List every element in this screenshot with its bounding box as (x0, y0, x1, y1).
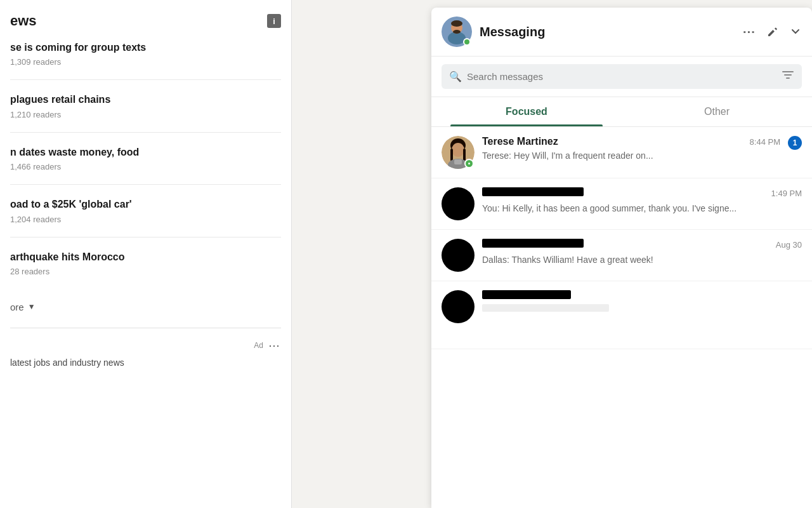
collapse-button[interactable] (789, 25, 802, 38)
news-items-list: se is coming for group texts 1,309 reade… (10, 41, 281, 289)
messaging-title: Messaging (480, 25, 735, 39)
compose-button[interactable] (766, 25, 779, 38)
fourth-preview-bar (482, 304, 609, 312)
ad-header: Ad ⋯ (10, 338, 281, 352)
more-link[interactable]: ore ▼ (10, 302, 281, 312)
center-gap (292, 0, 431, 508)
user-avatar-container (442, 17, 472, 47)
conversation-item[interactable] (431, 281, 812, 349)
ad-label: Ad (254, 341, 263, 350)
fourth-name-bar (482, 290, 571, 299)
header-actions: ⋯ (742, 24, 802, 39)
search-container: 🔍 (431, 57, 812, 97)
news-headline: n dates waste money, food (10, 145, 281, 159)
unread-badge: 1 (788, 136, 802, 150)
dallas-conv-content: Aug 30 Dallas: Thanks William! Have a gr… (482, 239, 802, 267)
news-panel: ews i se is coming for group texts 1,309… (0, 0, 292, 508)
terese-preview: Terese: Hey Will, I'm a frequent reader … (482, 150, 780, 163)
blacked-avatar-1 (442, 187, 475, 220)
message-tabs: Focused Other (431, 97, 812, 127)
kelly-conv-content: 1:49 PM You: Hi Kelly, it has been a goo… (482, 187, 802, 215)
search-icon: 🔍 (449, 70, 462, 83)
news-item[interactable]: oad to a $25K 'global car' 1,204 readers (10, 197, 281, 237)
ad-options-button[interactable]: ⋯ (268, 338, 281, 352)
info-icon[interactable]: i (267, 14, 281, 28)
kelly-preview: You: Hi Kelly, it has been a good summer… (482, 203, 802, 215)
kelly-header-row: 1:49 PM (482, 187, 802, 200)
svg-rect-12 (463, 149, 466, 161)
terese-online-indicator (464, 159, 474, 168)
messaging-header: Messaging ⋯ (431, 8, 812, 57)
news-item[interactable]: n dates waste money, food 1,466 readers (10, 145, 281, 185)
more-options-button[interactable]: ⋯ (742, 24, 756, 39)
news-readers: 28 readers (10, 267, 281, 276)
svg-point-4 (453, 30, 461, 34)
conversation-item[interactable]: Aug 30 Dallas: Thanks William! Have a gr… (431, 230, 812, 281)
news-readers: 1,466 readers (10, 162, 281, 171)
svg-point-3 (451, 20, 462, 27)
blacked-avatar-3 (442, 290, 475, 323)
conversation-list: Terese Martinez 8:44 PM Terese: Hey Will… (431, 127, 812, 508)
ad-content: latest jobs and industry news (10, 358, 281, 368)
news-headline: plagues retail chains (10, 93, 281, 107)
terese-avatar-container (442, 136, 475, 169)
filter-icon[interactable] (782, 69, 794, 84)
news-title-row: ews i (10, 13, 281, 29)
ad-section: Ad ⋯ latest jobs and industry news (10, 328, 281, 368)
news-item[interactable]: se is coming for group texts 1,309 reade… (10, 41, 281, 80)
conversation-item[interactable]: Terese Martinez 8:44 PM Terese: Hey Will… (431, 127, 812, 178)
news-heading: ews (10, 13, 37, 29)
svg-point-10 (452, 143, 464, 157)
conversation-item[interactable]: 1:49 PM You: Hi Kelly, it has been a goo… (431, 178, 812, 230)
tab-other[interactable]: Other (622, 97, 812, 126)
search-input[interactable] (467, 71, 776, 82)
news-readers: 1,210 readers (10, 110, 281, 119)
messaging-panel: Messaging ⋯ 🔍 (431, 8, 812, 508)
search-bar: 🔍 (442, 64, 802, 89)
terese-conv-right: 1 (788, 136, 802, 150)
svg-rect-11 (450, 149, 453, 161)
filter-lines-icon (782, 69, 794, 81)
news-readers: 1,204 readers (10, 215, 281, 224)
terese-name: Terese Martinez (482, 136, 558, 147)
terese-time: 8:44 PM (750, 137, 780, 147)
tab-focused[interactable]: Focused (431, 97, 622, 126)
online-status-dot (463, 38, 471, 46)
dallas-name-bar (482, 239, 584, 248)
fourth-conv-content (482, 290, 802, 312)
news-item[interactable]: plagues retail chains 1,210 readers (10, 93, 281, 132)
terese-header-row: Terese Martinez 8:44 PM (482, 136, 780, 147)
blacked-avatar-2 (442, 239, 475, 272)
news-headline: arthquake hits Morocco (10, 250, 281, 264)
chevron-down-icon: ▼ (28, 302, 36, 311)
dallas-time: Aug 30 (776, 240, 802, 250)
dallas-header-row: Aug 30 (482, 239, 802, 251)
news-headline: oad to a $25K 'global car' (10, 197, 281, 211)
kelly-name-bar (482, 187, 584, 196)
news-headline: se is coming for group texts (10, 41, 281, 55)
news-item[interactable]: arthquake hits Morocco 28 readers (10, 250, 281, 289)
kelly-time: 1:49 PM (771, 189, 802, 198)
terese-conv-content: Terese Martinez 8:44 PM Terese: Hey Will… (482, 136, 780, 163)
chevron-down-icon (789, 25, 802, 38)
svg-rect-14 (454, 159, 462, 164)
news-readers: 1,309 readers (10, 57, 281, 67)
compose-icon (766, 25, 779, 38)
dallas-preview: Dallas: Thanks William! Have a great wee… (482, 254, 802, 267)
